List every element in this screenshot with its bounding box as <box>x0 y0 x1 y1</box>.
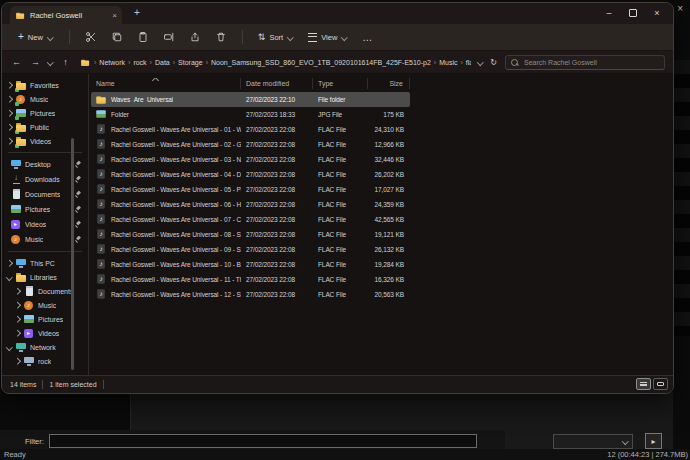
column-header-name[interactable]: Name <box>91 78 241 89</box>
expand-chevron-icon[interactable] <box>6 110 13 117</box>
breadcrumb-segment[interactable]: Music › <box>439 59 463 66</box>
column-header-type[interactable]: Type <box>313 78 368 89</box>
new-tab-button[interactable]: + <box>130 7 144 18</box>
column-header-size[interactable]: Size <box>368 78 410 89</box>
paste-button[interactable] <box>131 27 155 47</box>
sidebar-tree-item[interactable]: Libraries <box>2 270 88 284</box>
refresh-button[interactable]: ↻ <box>490 58 497 67</box>
file-row[interactable]: Rachel Goswell - Waves Are Universal - 0… <box>91 227 410 242</box>
file-row[interactable]: Rachel Goswell - Waves Are Universal - 1… <box>91 257 410 272</box>
filter-input[interactable] <box>49 434 477 448</box>
sidebar-item[interactable]: Videos <box>2 134 88 148</box>
file-row[interactable]: Rachel Goswell - Waves Are Universal - 1… <box>91 272 410 287</box>
search-input[interactable] <box>522 58 659 67</box>
file-row[interactable]: Waves_Are_Universal 27/02/2023 22:10 Fil… <box>91 92 410 107</box>
view-button[interactable]: View <box>302 27 354 47</box>
file-name-cell: Rachel Goswell - Waves Are Universal - 1… <box>91 274 241 285</box>
close-button[interactable]: × <box>645 3 669 23</box>
filter-label: Filter: <box>25 437 44 446</box>
back-button[interactable]: ← <box>8 57 25 67</box>
trash-icon <box>215 31 227 43</box>
expand-chevron-icon[interactable] <box>6 274 13 281</box>
expand-chevron-icon[interactable] <box>6 96 13 103</box>
expand-chevron-icon[interactable] <box>14 316 21 323</box>
breadcrumb-segment[interactable]: Storage › <box>178 59 208 66</box>
breadcrumb-segment[interactable]: Data › <box>155 59 175 66</box>
background-close-icon[interactable]: × <box>677 3 683 14</box>
file-row[interactable]: Rachel Goswell - Waves Are Universal - 0… <box>91 212 410 227</box>
tab-title: Rachel Goswell <box>30 11 108 20</box>
file-row[interactable]: Rachel Goswell - Waves Are Universal - 0… <box>91 182 410 197</box>
minimize-button[interactable]: – <box>597 3 621 23</box>
background-play-button[interactable]: ▸ <box>645 433 662 449</box>
sidebar-tree-item[interactable]: Network <box>2 340 88 354</box>
file-type-cell: FLAC File <box>313 126 368 133</box>
cut-button[interactable] <box>79 27 103 47</box>
share-button[interactable] <box>183 27 207 47</box>
sidebar-tree-item[interactable]: rock <box>2 354 88 368</box>
rename-button[interactable] <box>157 27 181 47</box>
sidebar-item-label: Favorites <box>30 82 59 89</box>
file-row[interactable]: Rachel Goswell - Waves Are Universal - 0… <box>91 137 410 152</box>
sidebar-tree-item[interactable]: Music <box>2 298 88 312</box>
sidebar-item[interactable]: Favorites <box>2 78 88 92</box>
sidebar-tree-item[interactable]: Pictures <box>2 312 88 326</box>
sidebar-item[interactable]: Music <box>2 92 88 106</box>
explorer-tab[interactable]: Rachel Goswell × <box>10 6 122 24</box>
sidebar-pinned-item[interactable]: Pictures <box>2 202 88 217</box>
breadcrumb-segment[interactable]: Network › <box>99 59 130 66</box>
sidebar-pinned-item[interactable]: Desktop <box>2 157 88 172</box>
breadcrumb-segment[interactable]: rock › <box>133 59 152 66</box>
expand-chevron-icon[interactable] <box>6 82 13 89</box>
breadcrumb-segment[interactable]: flac › <box>466 59 471 66</box>
file-row[interactable]: Rachel Goswell - Waves Are Universal - 0… <box>91 197 410 212</box>
expand-chevron-icon[interactable] <box>6 124 13 131</box>
details-view-toggle[interactable] <box>636 378 651 390</box>
search-box[interactable] <box>505 55 665 70</box>
file-name-cell: Rachel Goswell - Waves Are Universal - 0… <box>91 244 241 255</box>
expand-chevron-icon[interactable] <box>6 260 13 267</box>
file-row[interactable]: Rachel Goswell - Waves Are Universal - 0… <box>91 152 410 167</box>
expand-chevron-icon[interactable] <box>14 288 21 295</box>
maximize-button[interactable] <box>621 3 645 23</box>
breadcrumb-segment[interactable]: Noon_Samsung_SSD_860_EVO_1TB_0920101614F… <box>211 59 436 66</box>
file-row[interactable]: Folder 27/02/2023 18:33 JPG File 175 KB <box>91 107 410 122</box>
expand-chevron-icon[interactable] <box>6 344 13 351</box>
more-options-button[interactable]: … <box>356 27 379 47</box>
sidebar-item[interactable]: Public <box>2 120 88 134</box>
sidebar-item[interactable]: Pictures <box>2 106 88 120</box>
expand-chevron-icon[interactable] <box>14 302 21 309</box>
sidebar-tree-item[interactable]: Videos <box>2 326 88 340</box>
new-label: New <box>28 33 43 42</box>
delete-button[interactable] <box>209 27 233 47</box>
address-dropdown-chevron-icon[interactable] <box>477 59 484 66</box>
file-row[interactable]: Rachel Goswell - Waves Are Universal - 0… <box>91 122 410 137</box>
up-button[interactable]: ↑ <box>57 57 74 67</box>
sort-button[interactable]: ⇅ Sort <box>252 27 300 47</box>
file-size-cell: 24,359 KB <box>368 201 410 208</box>
sidebar-pinned-item[interactable]: Music <box>2 232 88 247</box>
new-button[interactable]: + New <box>12 27 60 47</box>
expand-chevron-icon[interactable] <box>14 358 21 365</box>
sidebar-pinned-item[interactable]: Videos <box>2 217 88 232</box>
file-row[interactable]: Rachel Goswell - Waves Are Universal - 1… <box>91 287 410 302</box>
file-row[interactable]: Rachel Goswell - Waves Are Universal - 0… <box>91 167 410 182</box>
background-combobox[interactable] <box>553 434 633 449</box>
thumbnails-view-toggle[interactable] <box>653 378 668 390</box>
sidebar-pinned-item[interactable]: Documents <box>2 187 88 202</box>
copy-button[interactable] <box>105 27 129 47</box>
sidebar-scrollbar-thumb[interactable] <box>71 138 74 370</box>
tab-close-icon[interactable]: × <box>112 11 117 20</box>
toolbar-divider <box>242 30 243 44</box>
forward-button[interactable]: → <box>27 57 44 67</box>
sidebar-pinned-item[interactable]: Downloads <box>2 172 88 187</box>
file-type-cell: FLAC File <box>313 276 368 283</box>
sidebar-tree-item[interactable]: Documents <box>2 284 88 298</box>
breadcrumb-separator: › <box>206 59 208 66</box>
recent-locations-chevron-icon[interactable] <box>47 59 54 66</box>
expand-chevron-icon[interactable] <box>14 330 21 337</box>
sidebar-tree-item[interactable]: This PC <box>2 256 88 270</box>
expand-chevron-icon[interactable] <box>6 138 13 145</box>
file-row[interactable]: Rachel Goswell - Waves Are Universal - 0… <box>91 242 410 257</box>
column-header-date-modified[interactable]: Date modified <box>241 78 313 89</box>
